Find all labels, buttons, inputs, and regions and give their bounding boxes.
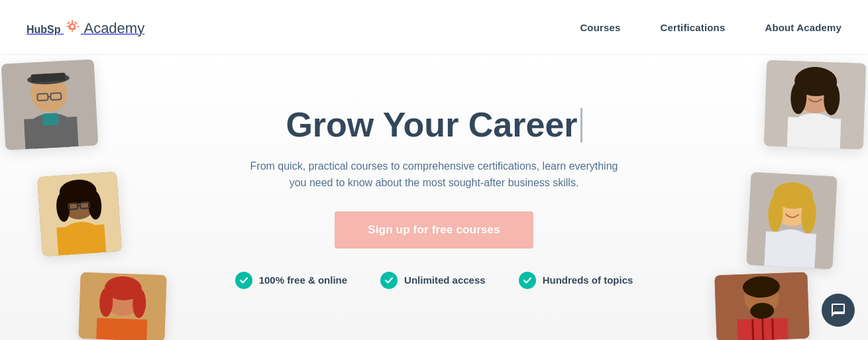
svg-line-59 [773, 318, 773, 339]
feature-label-1: 100% free & online [259, 274, 347, 286]
svg-rect-8 [74, 21, 78, 25]
nav-courses[interactable]: Courses [580, 22, 620, 33]
feature-topics: Hundreds of topics [519, 272, 633, 289]
feature-unlimited: Unlimited access [380, 272, 486, 289]
person-photo-1 [1, 59, 99, 150]
svg-rect-19 [42, 113, 59, 125]
features-list: 100% free & online Unlimited access Hund… [235, 272, 633, 289]
header: HubSp Academy Courses Certifications Abo… [0, 0, 868, 55]
person-photo-3 [37, 172, 122, 256]
svg-rect-26 [787, 117, 841, 149]
hero-section: Grow Your Career From quick, practical c… [0, 55, 868, 340]
hubspot-logo-icon [64, 17, 80, 33]
svg-rect-4 [67, 26, 70, 27]
signup-button[interactable]: Sign up for free courses [335, 211, 533, 249]
svg-rect-50 [96, 318, 147, 340]
hero-title: Grow Your Career [286, 106, 582, 144]
hero-title-text: Grow Your Career [286, 106, 577, 144]
logo-hub-text: HubSp [27, 24, 61, 35]
svg-rect-3 [72, 30, 73, 32]
logo[interactable]: HubSp Academy [27, 17, 144, 37]
person-photo-5 [78, 272, 166, 340]
chat-bubble-button[interactable] [822, 294, 855, 327]
nav-certifications[interactable]: Certifications [660, 22, 725, 33]
svg-point-1 [71, 25, 74, 28]
svg-rect-5 [77, 26, 79, 27]
main-nav: Courses Certifications About Academy [580, 22, 841, 33]
check-icon-3 [519, 272, 536, 289]
svg-line-58 [763, 319, 763, 340]
feature-free-online: 100% free & online [235, 272, 347, 289]
cursor-blink [580, 108, 582, 142]
hero-subtitle: From quick, practical courses to compreh… [248, 158, 620, 192]
logo-academy-text: Academy [83, 20, 144, 36]
person-photo-4 [746, 172, 837, 270]
nav-about[interactable]: About Academy [765, 22, 841, 33]
feature-label-2: Unlimited access [404, 274, 486, 286]
svg-rect-43 [764, 231, 816, 268]
check-icon-2 [380, 272, 398, 289]
svg-line-57 [753, 319, 753, 340]
svg-rect-2 [72, 20, 73, 23]
person-photo-6 [714, 272, 809, 340]
feature-label-3: Hundreds of topics [543, 274, 633, 286]
check-icon-1 [235, 272, 252, 289]
svg-rect-6 [67, 21, 70, 25]
person-photo-2 [764, 60, 866, 149]
svg-rect-36 [56, 224, 106, 255]
